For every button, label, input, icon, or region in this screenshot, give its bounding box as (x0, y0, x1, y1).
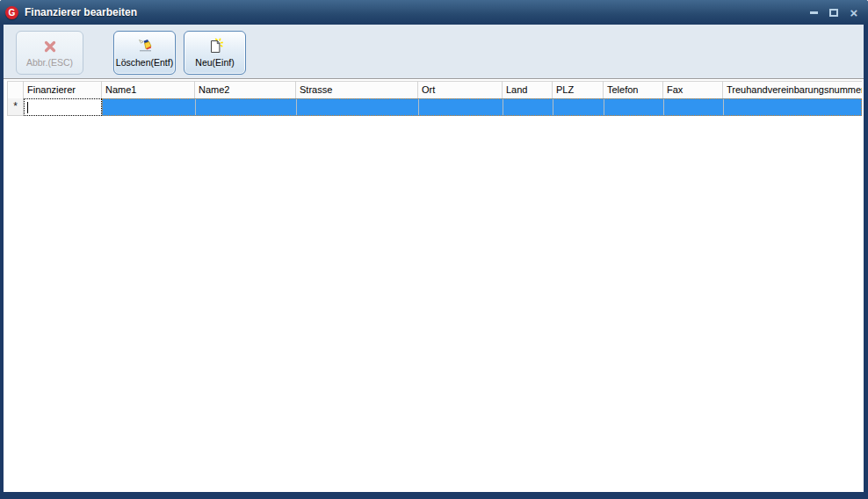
app-window: G Finanzierer bearbeiten × Abbr.(ESC) (0, 0, 868, 499)
maximize-icon (829, 9, 838, 17)
text-caret (27, 102, 28, 113)
column-header-ort[interactable]: Ort (418, 82, 503, 99)
cancel-button-label: Abbr.(ESC) (26, 57, 73, 68)
delete-button[interactable]: Löschen(Entf) (113, 31, 176, 75)
grid-empty-area (7, 116, 862, 492)
grid-corner-cell[interactable] (7, 82, 24, 99)
new-document-icon (206, 37, 224, 56)
row-header-new-record[interactable]: * (7, 98, 24, 116)
delete-button-label: Löschen(Entf) (116, 57, 173, 68)
cell-fax[interactable] (663, 99, 723, 115)
toolbar: Abbr.(ESC) Löschen(Entf) (4, 25, 864, 79)
selected-cells-region (102, 98, 862, 116)
window-title: Finanzierer bearbeiten (25, 6, 807, 18)
new-button-label: Neu(Einf) (195, 57, 234, 68)
cell-name2[interactable] (195, 99, 296, 115)
new-record-row: * (7, 98, 862, 116)
close-button[interactable]: × (847, 5, 861, 19)
column-header-plz[interactable]: PLZ (553, 82, 604, 99)
cell-treuhandvereinbarungsnummer[interactable] (723, 99, 861, 115)
delete-eraser-icon (136, 37, 154, 56)
window-controls: × (807, 5, 861, 19)
cancel-x-icon (41, 37, 59, 56)
maximize-button[interactable] (827, 5, 841, 19)
content-area: Finanzierer Name1 Name2 Strasse Ort Land… (4, 79, 864, 492)
column-header-strasse[interactable]: Strasse (296, 82, 418, 99)
cell-strasse[interactable] (296, 99, 418, 115)
cell-ort[interactable] (418, 99, 503, 115)
cell-name1[interactable] (103, 99, 195, 115)
cell-telefon[interactable] (604, 99, 663, 115)
cell-finanzierer-editing[interactable] (24, 98, 102, 116)
grid-header-row: Finanzierer Name1 Name2 Strasse Ort Land… (7, 81, 862, 98)
minimize-button[interactable] (807, 5, 821, 19)
app-logo-icon: G (5, 6, 18, 19)
column-header-land[interactable]: Land (503, 82, 553, 99)
column-header-finanzierer[interactable]: Finanzierer (24, 82, 102, 99)
column-header-telefon[interactable]: Telefon (604, 82, 663, 99)
data-grid: Finanzierer Name1 Name2 Strasse Ort Land… (7, 81, 862, 492)
column-header-fax[interactable]: Fax (663, 82, 723, 99)
cancel-button[interactable]: Abbr.(ESC) (16, 31, 83, 75)
titlebar[interactable]: G Finanzierer bearbeiten × (0, 0, 868, 25)
new-button[interactable]: Neu(Einf) (184, 31, 246, 75)
cell-plz[interactable] (553, 99, 604, 115)
column-header-name2[interactable]: Name2 (195, 82, 296, 99)
column-header-treuhandvereinbarungsnummer[interactable]: Treuhandvereinbarungsnummer (723, 82, 862, 99)
column-header-name1[interactable]: Name1 (102, 82, 195, 99)
cell-land[interactable] (503, 99, 553, 115)
minimize-icon (810, 11, 818, 14)
